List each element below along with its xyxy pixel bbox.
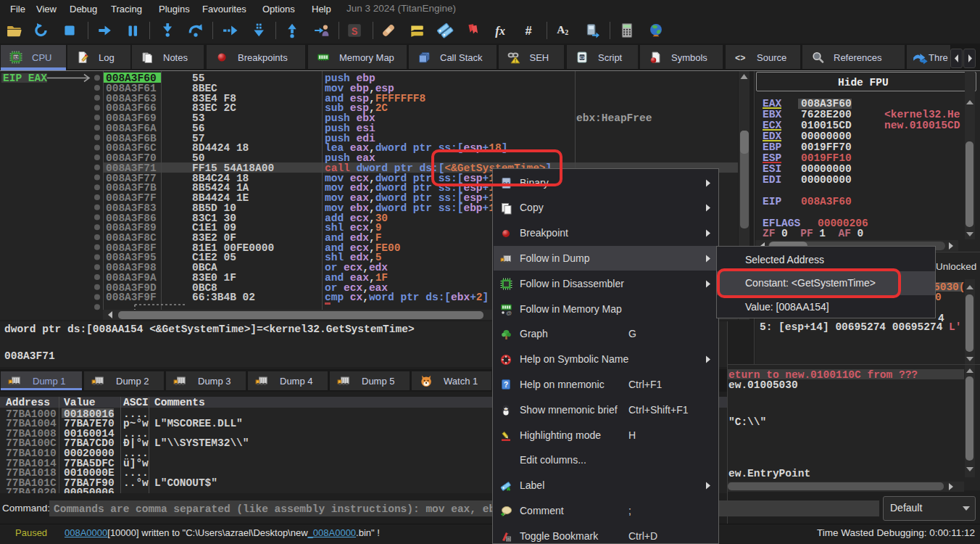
svg-text:n: n: [507, 537, 510, 541]
svg-text:?: ?: [504, 381, 508, 389]
svg-text:A: A: [557, 23, 565, 36]
svg-text:@: @: [506, 310, 512, 316]
svg-text:2: 2: [565, 28, 568, 36]
svg-text:<>: <>: [579, 55, 585, 61]
svg-text:fx: fx: [495, 24, 505, 38]
svg-text:S: S: [352, 26, 358, 38]
svg-text:#: #: [525, 24, 531, 37]
svg-text:<>: <>: [735, 54, 745, 64]
svg-text:!: !: [514, 58, 515, 63]
